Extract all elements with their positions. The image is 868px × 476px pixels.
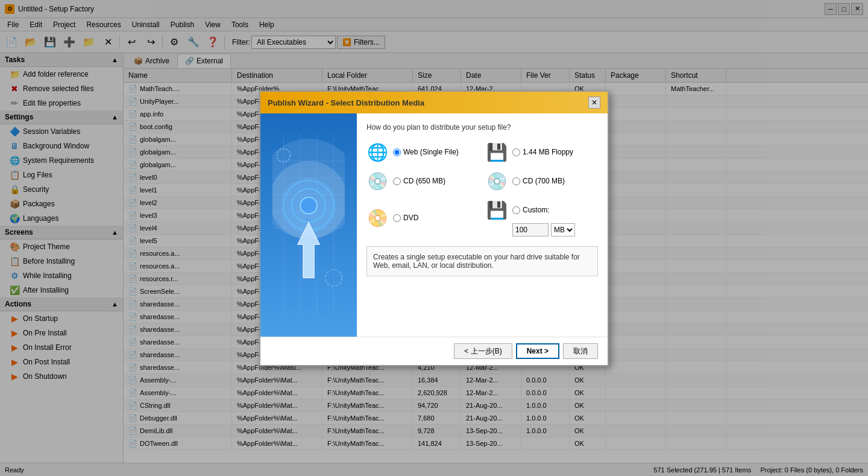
option-cd700[interactable]: 💿 CD (700 MB) — [486, 170, 598, 192]
wizard-sidebar-art — [272, 125, 345, 325]
option-cd650[interactable]: 💿 CD (650 MB) — [366, 170, 479, 192]
web-label: Web (Single File) — [403, 148, 459, 156]
custom-label: Custom: — [523, 206, 550, 214]
floppy-option-icon: 💾 — [486, 141, 508, 163]
option-custom[interactable]: 💾 Custom: MB GB KB — [486, 199, 598, 236]
floppy-label: 1.44 MB Floppy — [523, 148, 573, 156]
dvd-option-label[interactable]: DVD — [393, 214, 418, 222]
wizard-options: 🌐 Web (Single File) 💾 1.44 MB Floppy — [366, 141, 598, 236]
svg-point-14 — [300, 197, 317, 214]
cd650-option-label[interactable]: CD (650 MB) — [393, 177, 445, 185]
wizard-content: How do you plan to distribute your setup… — [357, 113, 608, 337]
option-floppy[interactable]: 💾 1.44 MB Floppy — [486, 141, 598, 163]
custom-radio[interactable] — [512, 206, 520, 214]
cd650-radio[interactable] — [393, 177, 401, 185]
floppy-radio[interactable] — [512, 148, 520, 156]
cancel-button[interactable]: 取消 — [563, 343, 598, 359]
web-option-icon: 🌐 — [366, 141, 388, 163]
wizard-description-box: Creates a single setup executable on you… — [366, 246, 598, 276]
modal-overlay: Publish Wizard - Select Distribution Med… — [0, 0, 868, 476]
next-button[interactable]: Next > — [516, 343, 559, 359]
cd700-radio[interactable] — [512, 177, 520, 185]
cd700-option-label[interactable]: CD (700 MB) — [512, 177, 565, 185]
web-option-label[interactable]: Web (Single File) — [393, 148, 459, 156]
floppy-option-label[interactable]: 1.44 MB Floppy — [512, 148, 573, 156]
dvd-label: DVD — [403, 214, 418, 222]
cd700-option-icon: 💿 — [486, 170, 508, 192]
wizard-footer: < 上一步(B) Next > 取消 — [260, 337, 608, 365]
option-dvd[interactable]: 📀 DVD — [366, 199, 479, 236]
wizard-body: How do you plan to distribute your setup… — [260, 113, 608, 337]
dvd-radio[interactable] — [393, 214, 401, 222]
cd650-label: CD (650 MB) — [403, 177, 445, 185]
cd650-option-icon: 💿 — [366, 170, 388, 192]
cd700-label: CD (700 MB) — [523, 177, 565, 185]
wizard-close-button[interactable]: ✕ — [588, 97, 600, 109]
wizard-sidebar — [260, 113, 357, 337]
wizard-dialog: Publish Wizard - Select Distribution Med… — [259, 90, 609, 366]
wizard-description: Creates a single setup executable on you… — [373, 253, 580, 270]
custom-option-label[interactable]: Custom: — [512, 206, 550, 214]
custom-size-input[interactable] — [512, 223, 549, 236]
wizard-title-bar: Publish Wizard - Select Distribution Med… — [260, 92, 608, 113]
wizard-title: Publish Wizard - Select Distribution Med… — [268, 98, 424, 107]
option-web[interactable]: 🌐 Web (Single File) — [366, 141, 479, 163]
custom-option-icon: 💾 — [486, 199, 508, 221]
wizard-question: How do you plan to distribute your setup… — [366, 123, 598, 132]
back-button[interactable]: < 上一步(B) — [454, 343, 512, 359]
dvd-option-icon: 📀 — [366, 207, 388, 229]
web-radio[interactable] — [393, 148, 401, 156]
custom-size-unit-select[interactable]: MB GB KB — [551, 223, 575, 236]
